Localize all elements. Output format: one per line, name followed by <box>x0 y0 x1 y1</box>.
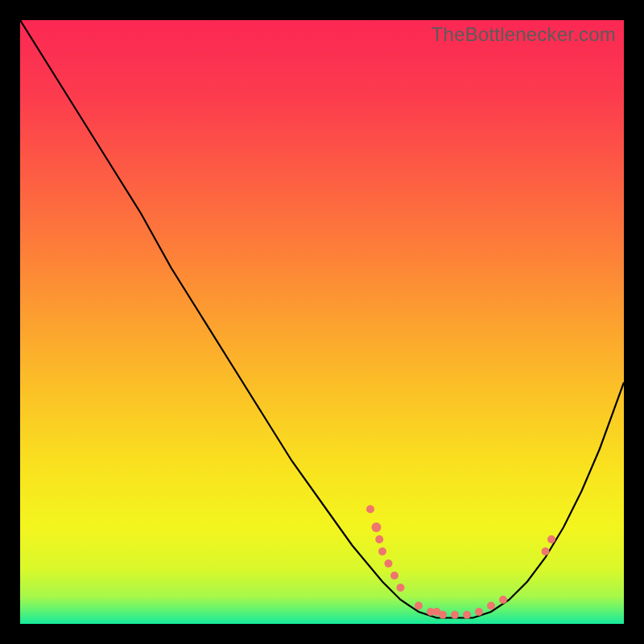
gradient-background <box>20 20 624 624</box>
data-marker <box>397 584 405 592</box>
data-marker <box>385 559 393 568</box>
data-marker <box>375 535 383 543</box>
data-marker <box>372 522 382 532</box>
data-marker <box>463 611 471 619</box>
data-marker <box>378 547 386 555</box>
data-marker <box>415 602 423 610</box>
bottleneck-chart <box>20 20 624 624</box>
data-marker <box>547 535 555 543</box>
data-marker <box>366 506 374 514</box>
data-marker <box>475 608 483 616</box>
data-marker <box>390 572 398 580</box>
data-marker <box>499 596 507 604</box>
data-marker <box>542 547 550 555</box>
watermark-text: TheBottleneсker.com <box>431 23 616 46</box>
data-marker <box>487 602 495 610</box>
chart-frame: TheBottleneсker.com <box>20 20 624 624</box>
data-marker <box>439 611 447 619</box>
data-marker <box>451 611 459 619</box>
